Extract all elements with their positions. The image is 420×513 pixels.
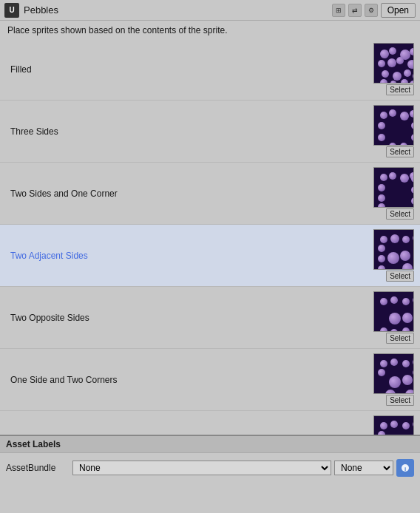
sprite-row-two-opposite-sides[interactable]: Two Opposite SidesSelect [0, 287, 420, 349]
sprite-list[interactable]: FilledSelectThree SidesSelectTwo Sides a… [0, 38, 420, 435]
open-button[interactable]: Open [381, 3, 416, 18]
sprite-thumb-container-two-adjacent-sides: Select [373, 229, 414, 282]
sprite-thumb-filled [373, 43, 414, 84]
sprite-thumb-container-filled: Select [373, 43, 414, 95]
icon-button-2[interactable]: ⇄ [348, 4, 362, 17]
sprite-thumb-one-side-one-lower-corner [373, 415, 414, 435]
asset-labels-bar: Asset Labels [0, 435, 420, 452]
sprite-row-three-sides[interactable]: Three SidesSelect [0, 101, 420, 163]
sprite-row-label-two-sides-one-corner: Two Sides and One Corner [10, 188, 373, 199]
title-bar: U Pebbles ⊞ ⇄ ⚙ Open [0, 0, 420, 21]
asset-labels-title: Asset Labels [6, 439, 61, 449]
select-button-two-sides-one-corner[interactable]: Select [386, 208, 414, 220]
select-button-two-adjacent-sides[interactable]: Select [386, 271, 414, 282]
sprite-row-label-three-sides: Three Sides [10, 126, 373, 137]
icon-button-3[interactable]: ⚙ [365, 4, 378, 17]
sprite-thumb-container-one-side-two-corners: Select [373, 353, 414, 406]
window-title: Pebbles [24, 4, 58, 16]
select-button-one-side-two-corners[interactable]: Select [386, 395, 414, 406]
sprite-row-label-one-side-two-corners: One Side and Two Corners [10, 375, 373, 385]
icon-button-1[interactable]: ⊞ [332, 4, 345, 17]
sprite-thumb-two-sides-one-corner [373, 167, 414, 208]
sprite-thumb-container-three-sides: Select [373, 105, 414, 157]
sprite-thumb-three-sides [373, 105, 414, 146]
sprite-thumb-two-adjacent-sides [373, 229, 414, 270]
asset-icon[interactable]: i [396, 459, 414, 477]
sprite-row-label-filled: Filled [10, 64, 373, 75]
asset-bundle-select-1[interactable]: None [72, 461, 331, 475]
sprite-row-filled[interactable]: FilledSelect [0, 38, 420, 101]
sprite-row-two-sides-one-corner[interactable]: Two Sides and One CornerSelect [0, 163, 420, 225]
svg-text:i: i [404, 465, 406, 472]
unity-icon: U [4, 3, 19, 18]
sprite-row-label-two-opposite-sides: Two Opposite Sides [10, 313, 373, 323]
title-bar-right: ⊞ ⇄ ⚙ Open [332, 3, 416, 18]
sprite-thumb-container-one-side-one-lower-corner: Select [373, 415, 414, 435]
asset-bundle-row: AssetBundle None None i [0, 452, 420, 482]
description-text: Place sprites shown based on the content… [0, 21, 420, 38]
select-button-two-opposite-sides[interactable]: Select [386, 333, 414, 344]
sprite-thumb-container-two-sides-one-corner: Select [373, 167, 414, 220]
select-button-filled[interactable]: Select [386, 84, 414, 95]
sprite-thumb-two-opposite-sides [373, 291, 414, 332]
select-button-three-sides[interactable]: Select [386, 146, 414, 157]
title-bar-left: U Pebbles [4, 3, 58, 18]
sprite-row-one-side-one-lower-corner[interactable]: One Side and One Lower CornerSelect [0, 411, 420, 435]
asset-bundle-label: AssetBundle [6, 463, 72, 473]
sprite-thumb-one-side-two-corners [373, 353, 414, 394]
sprite-row-label-two-adjacent-sides: Two Adjacent Sides [10, 251, 373, 261]
asset-bundle-select-2[interactable]: None [334, 461, 393, 475]
sprite-row-two-adjacent-sides[interactable]: Two Adjacent SidesSelect [0, 225, 420, 287]
sprite-thumb-container-two-opposite-sides: Select [373, 291, 414, 344]
sprite-row-one-side-two-corners[interactable]: One Side and Two CornersSelect [0, 349, 420, 411]
